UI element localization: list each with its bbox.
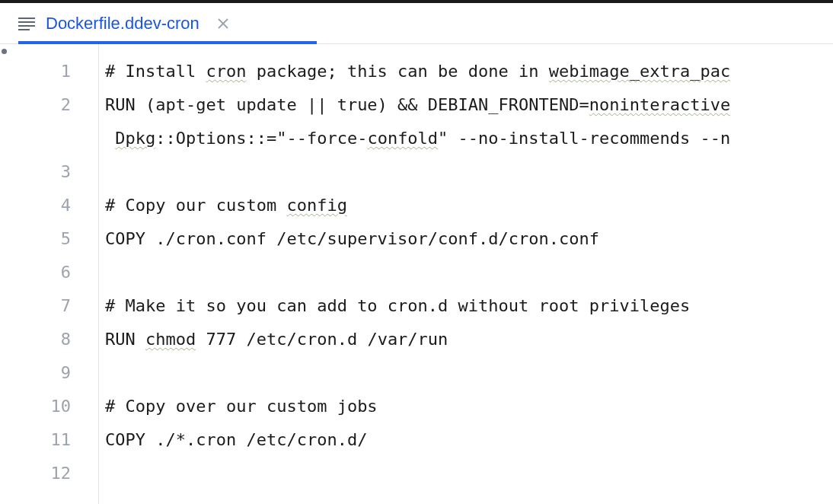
line-number: 9	[0, 356, 71, 390]
code-line: # Copy over our custom jobs	[105, 390, 833, 423]
line-number: 5	[0, 222, 71, 256]
file-lines-icon	[18, 17, 35, 30]
tab-active[interactable]: Dockerfile.ddev-cron	[18, 3, 228, 43]
code-line	[105, 356, 833, 390]
close-icon[interactable]	[218, 18, 228, 29]
line-number: 3	[0, 155, 71, 189]
code-line	[105, 256, 833, 289]
line-number: 6	[0, 256, 71, 289]
code-line: # Install cron package; this can be done…	[105, 55, 833, 88]
editor-area: 123456789101112 # Install cron package; …	[0, 44, 833, 504]
code-line: # Copy our custom config	[105, 189, 833, 222]
line-number: 2	[0, 88, 71, 122]
line-number: 4	[0, 189, 71, 222]
code-line: RUN (apt-get update || true) && DEBIAN_F…	[105, 88, 833, 122]
line-number: 10	[0, 390, 71, 423]
code-line: COPY ./*.cron /etc/cron.d/	[105, 423, 833, 457]
code-line	[105, 457, 833, 490]
line-number: 7	[0, 289, 71, 323]
line-number: 11	[0, 423, 71, 457]
code-line: # Make it so you can add to cron.d witho…	[105, 289, 833, 323]
line-number	[0, 122, 71, 155]
code-content[interactable]: # Install cron package; this can be done…	[99, 44, 833, 504]
line-number: 8	[0, 323, 71, 356]
line-number-gutter: 123456789101112	[0, 44, 99, 504]
code-line: Dpkg::Options::="--force-confold" --no-i…	[105, 122, 833, 155]
line-number: 1	[0, 55, 71, 88]
code-line	[105, 155, 833, 189]
tab-title: Dockerfile.ddev-cron	[46, 14, 199, 33]
line-number: 12	[0, 457, 71, 490]
code-line: RUN chmod 777 /etc/cron.d /var/run	[105, 323, 833, 356]
tab-bar: Dockerfile.ddev-cron	[0, 3, 833, 44]
code-line: COPY ./cron.conf /etc/supervisor/conf.d/…	[105, 222, 833, 256]
